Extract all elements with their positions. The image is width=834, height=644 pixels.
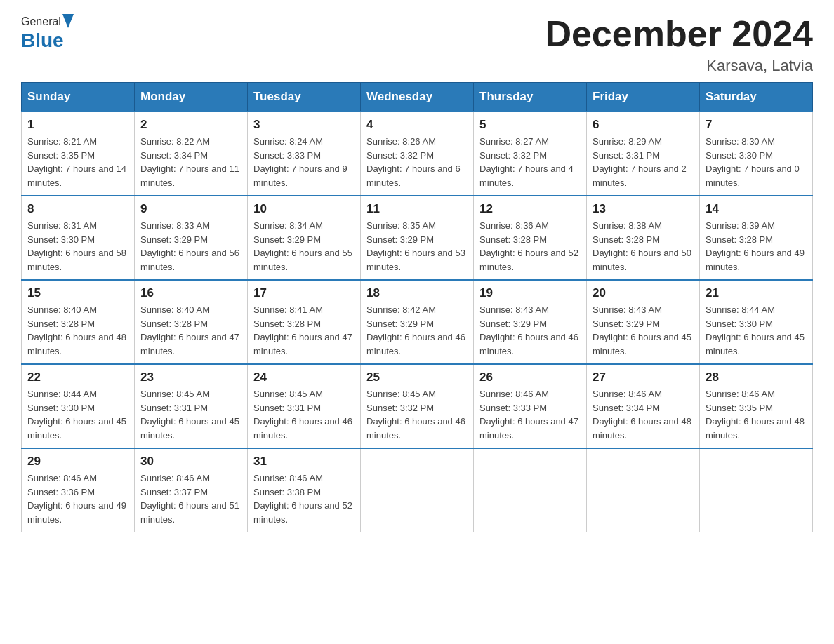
day-info: Sunrise: 8:31 AMSunset: 3:30 PMDaylight:…: [27, 219, 128, 274]
day-number: 18: [366, 286, 468, 300]
day-info: Sunrise: 8:46 AMSunset: 3:36 PMDaylight:…: [27, 471, 128, 526]
logo-arrow-icon: [62, 14, 74, 31]
table-row: 4Sunrise: 8:26 AMSunset: 3:32 PMDaylight…: [361, 112, 474, 196]
day-info: Sunrise: 8:24 AMSunset: 3:33 PMDaylight:…: [253, 135, 355, 189]
month-title: December 2024: [545, 14, 813, 54]
day-number: 8: [27, 202, 128, 216]
day-info: Sunrise: 8:30 AMSunset: 3:30 PMDaylight:…: [706, 135, 807, 189]
day-number: 2: [140, 118, 241, 132]
calendar-week-row: 8Sunrise: 8:31 AMSunset: 3:30 PMDaylight…: [22, 196, 813, 280]
day-number: 25: [366, 370, 468, 384]
svg-marker-0: [62, 14, 74, 28]
day-number: 23: [140, 370, 241, 384]
table-row: 20Sunrise: 8:43 AMSunset: 3:29 PMDayligh…: [587, 280, 700, 364]
day-number: 17: [253, 286, 355, 300]
day-info: Sunrise: 8:46 AMSunset: 3:33 PMDaylight:…: [479, 387, 581, 442]
table-row: 3Sunrise: 8:24 AMSunset: 3:33 PMDaylight…: [248, 112, 361, 196]
day-number: 6: [593, 118, 694, 132]
calendar-week-row: 29Sunrise: 8:46 AMSunset: 3:36 PMDayligh…: [22, 448, 813, 532]
day-info: Sunrise: 8:38 AMSunset: 3:28 PMDaylight:…: [593, 219, 694, 274]
day-info: Sunrise: 8:44 AMSunset: 3:30 PMDaylight:…: [706, 303, 807, 358]
calendar-table: Sunday Monday Tuesday Wednesday Thursday…: [21, 82, 813, 532]
weekday-header-row: Sunday Monday Tuesday Wednesday Thursday…: [22, 83, 813, 112]
day-number: 7: [706, 118, 807, 132]
table-row: 24Sunrise: 8:45 AMSunset: 3:31 PMDayligh…: [248, 364, 361, 448]
table-row: 26Sunrise: 8:46 AMSunset: 3:33 PMDayligh…: [474, 364, 587, 448]
day-info: Sunrise: 8:46 AMSunset: 3:34 PMDaylight:…: [593, 387, 694, 442]
table-row: 13Sunrise: 8:38 AMSunset: 3:28 PMDayligh…: [587, 196, 700, 280]
table-row: 30Sunrise: 8:46 AMSunset: 3:37 PMDayligh…: [135, 448, 248, 532]
day-info: Sunrise: 8:46 AMSunset: 3:35 PMDaylight:…: [706, 387, 807, 442]
logo-general-text: General: [21, 15, 61, 28]
table-row: 17Sunrise: 8:41 AMSunset: 3:28 PMDayligh…: [248, 280, 361, 364]
day-number: 21: [706, 286, 807, 300]
day-info: Sunrise: 8:27 AMSunset: 3:32 PMDaylight:…: [479, 135, 581, 189]
table-row: [587, 448, 700, 532]
calendar-body: 1Sunrise: 8:21 AMSunset: 3:35 PMDaylight…: [22, 112, 813, 532]
day-info: Sunrise: 8:35 AMSunset: 3:29 PMDaylight:…: [366, 219, 468, 274]
table-row: 25Sunrise: 8:45 AMSunset: 3:32 PMDayligh…: [361, 364, 474, 448]
day-info: Sunrise: 8:46 AMSunset: 3:38 PMDaylight:…: [253, 471, 355, 526]
day-info: Sunrise: 8:22 AMSunset: 3:34 PMDaylight:…: [140, 135, 241, 189]
header-friday: Friday: [587, 83, 700, 112]
table-row: 31Sunrise: 8:46 AMSunset: 3:38 PMDayligh…: [248, 448, 361, 532]
header-monday: Monday: [135, 83, 248, 112]
calendar-week-row: 15Sunrise: 8:40 AMSunset: 3:28 PMDayligh…: [22, 280, 813, 364]
table-row: 12Sunrise: 8:36 AMSunset: 3:28 PMDayligh…: [474, 196, 587, 280]
table-row: 11Sunrise: 8:35 AMSunset: 3:29 PMDayligh…: [361, 196, 474, 280]
table-row: 8Sunrise: 8:31 AMSunset: 3:30 PMDaylight…: [22, 196, 135, 280]
day-info: Sunrise: 8:29 AMSunset: 3:31 PMDaylight:…: [593, 135, 694, 189]
day-number: 11: [366, 202, 468, 216]
day-info: Sunrise: 8:44 AMSunset: 3:30 PMDaylight:…: [27, 387, 128, 442]
day-info: Sunrise: 8:45 AMSunset: 3:32 PMDaylight:…: [366, 387, 468, 442]
day-number: 24: [253, 370, 355, 384]
table-row: 22Sunrise: 8:44 AMSunset: 3:30 PMDayligh…: [22, 364, 135, 448]
day-info: Sunrise: 8:40 AMSunset: 3:28 PMDaylight:…: [27, 303, 128, 358]
table-row: 28Sunrise: 8:46 AMSunset: 3:35 PMDayligh…: [700, 364, 813, 448]
day-number: 14: [706, 202, 807, 216]
location-text: Karsava, Latvia: [545, 57, 813, 75]
day-number: 1: [27, 118, 128, 132]
day-number: 20: [593, 286, 694, 300]
table-row: 2Sunrise: 8:22 AMSunset: 3:34 PMDaylight…: [135, 112, 248, 196]
table-row: 19Sunrise: 8:43 AMSunset: 3:29 PMDayligh…: [474, 280, 587, 364]
calendar-week-row: 1Sunrise: 8:21 AMSunset: 3:35 PMDaylight…: [22, 112, 813, 196]
page-header: General Blue December 2024 Karsava, Latv…: [21, 14, 813, 75]
calendar-header: Sunday Monday Tuesday Wednesday Thursday…: [22, 83, 813, 112]
table-row: 27Sunrise: 8:46 AMSunset: 3:34 PMDayligh…: [587, 364, 700, 448]
day-number: 4: [366, 118, 468, 132]
header-wednesday: Wednesday: [361, 83, 474, 112]
day-number: 30: [140, 455, 241, 469]
day-number: 19: [479, 286, 581, 300]
day-info: Sunrise: 8:21 AMSunset: 3:35 PMDaylight:…: [27, 135, 128, 189]
day-number: 10: [253, 202, 355, 216]
table-row: [361, 448, 474, 532]
day-number: 26: [479, 370, 581, 384]
table-row: 9Sunrise: 8:33 AMSunset: 3:29 PMDaylight…: [135, 196, 248, 280]
day-number: 29: [27, 455, 128, 469]
day-number: 22: [27, 370, 128, 384]
day-info: Sunrise: 8:36 AMSunset: 3:28 PMDaylight:…: [479, 219, 581, 274]
table-row: 21Sunrise: 8:44 AMSunset: 3:30 PMDayligh…: [700, 280, 813, 364]
table-row: 5Sunrise: 8:27 AMSunset: 3:32 PMDaylight…: [474, 112, 587, 196]
day-number: 28: [706, 370, 807, 384]
header-tuesday: Tuesday: [248, 83, 361, 112]
table-row: 23Sunrise: 8:45 AMSunset: 3:31 PMDayligh…: [135, 364, 248, 448]
day-info: Sunrise: 8:33 AMSunset: 3:29 PMDaylight:…: [140, 219, 241, 274]
calendar-week-row: 22Sunrise: 8:44 AMSunset: 3:30 PMDayligh…: [22, 364, 813, 448]
table-row: 29Sunrise: 8:46 AMSunset: 3:36 PMDayligh…: [22, 448, 135, 532]
day-info: Sunrise: 8:42 AMSunset: 3:29 PMDaylight:…: [366, 303, 468, 358]
table-row: 14Sunrise: 8:39 AMSunset: 3:28 PMDayligh…: [700, 196, 813, 280]
day-info: Sunrise: 8:26 AMSunset: 3:32 PMDaylight:…: [366, 135, 468, 189]
day-number: 27: [593, 370, 694, 384]
table-row: 16Sunrise: 8:40 AMSunset: 3:28 PMDayligh…: [135, 280, 248, 364]
day-info: Sunrise: 8:46 AMSunset: 3:37 PMDaylight:…: [140, 471, 241, 526]
day-info: Sunrise: 8:43 AMSunset: 3:29 PMDaylight:…: [479, 303, 581, 358]
table-row: 6Sunrise: 8:29 AMSunset: 3:31 PMDaylight…: [587, 112, 700, 196]
day-info: Sunrise: 8:45 AMSunset: 3:31 PMDaylight:…: [253, 387, 355, 442]
day-number: 13: [593, 202, 694, 216]
logo: General Blue: [21, 14, 74, 52]
day-number: 9: [140, 202, 241, 216]
day-number: 12: [479, 202, 581, 216]
day-number: 3: [253, 118, 355, 132]
